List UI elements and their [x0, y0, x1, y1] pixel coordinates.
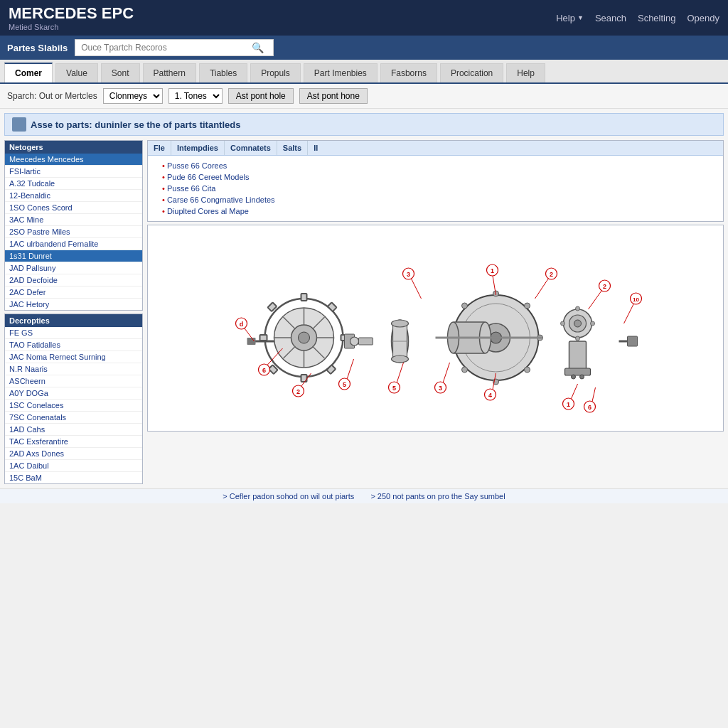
- tab-part-imenbies[interactable]: Part Imenbies: [304, 63, 378, 82]
- list-item[interactable]: 1AC Daibul: [5, 460, 142, 472]
- list-item[interactable]: ASCheern: [5, 375, 142, 387]
- logo: MERCEDES EPC Metied Skarch: [9, 4, 134, 31]
- list-item[interactable]: JAC Noma Rernect Surning: [5, 351, 142, 363]
- search-nav-item[interactable]: Seanch: [595, 13, 626, 23]
- left-panel: Netogers Meecedes MencedesFSI-larticA.32…: [4, 140, 143, 484]
- app-subtitle: Metied Skarch: [9, 23, 134, 31]
- search-icon[interactable]: 🔍: [252, 42, 264, 53]
- list-item[interactable]: A.32 Tudcale: [5, 178, 142, 190]
- tab-fasborns[interactable]: Fasborns: [380, 63, 437, 82]
- svg-text:3: 3: [407, 271, 410, 278]
- list-item[interactable]: FSI-lartic: [5, 166, 142, 178]
- list-item[interactable]: 7SC Conenatals: [5, 412, 142, 424]
- list-item[interactable]: 1s31 Dunret: [5, 250, 142, 262]
- svg-point-52: [591, 321, 595, 326]
- list-item: Pusse 66 Cita: [162, 183, 709, 194]
- svg-point-56: [572, 375, 576, 379]
- svg-text:5: 5: [392, 385, 396, 392]
- header: MERCEDES EPC Metied Skarch Help ▼ Seanch…: [0, 0, 728, 36]
- table-header-col: Intempdies: [171, 141, 225, 155]
- right-panel: FleIntempdiesComnatetsSaltsIl Pusse 66 C…: [147, 140, 724, 484]
- list-item[interactable]: 12-Benaldic: [5, 190, 142, 202]
- svg-rect-2: [247, 338, 256, 345]
- list-item[interactable]: 2AD Axs Dones: [5, 448, 142, 460]
- list-item[interactable]: 1AC ulrbandend Fernalite: [5, 238, 142, 250]
- list-item[interactable]: 3AC Mine: [5, 214, 142, 226]
- section-icon: [12, 117, 26, 132]
- svg-text:1: 1: [491, 267, 494, 274]
- list-item[interactable]: Meecedes Mencedes: [5, 154, 142, 166]
- svg-point-41: [525, 367, 530, 373]
- select-tones[interactable]: 1. Tones2. Tones: [168, 88, 223, 104]
- content-area: Asse to parts: duninler se the of parts …: [0, 109, 728, 488]
- list-item[interactable]: JAC Hetory: [5, 299, 142, 310]
- list-item[interactable]: JAD Pallsuny: [5, 262, 142, 274]
- list-item[interactable]: 1AD Cahs: [5, 424, 142, 436]
- tab-value[interactable]: Value: [55, 63, 98, 82]
- svg-point-49: [574, 320, 582, 327]
- list-item[interactable]: 2AD Decfoide: [5, 274, 142, 287]
- tab-help[interactable]: Help: [506, 63, 545, 82]
- list-item[interactable]: 2SO Pastre Miles: [5, 226, 142, 238]
- open-nav-item[interactable]: Opendy: [687, 13, 719, 23]
- toolbar: Partes Slabils 🔍: [0, 36, 728, 60]
- table-header-col: Il: [308, 141, 323, 155]
- tab-procication[interactable]: Procication: [440, 63, 503, 82]
- search-input[interactable]: [81, 43, 252, 53]
- svg-point-57: [580, 375, 584, 379]
- svg-point-51: [576, 336, 580, 341]
- svg-text:6: 6: [588, 404, 592, 411]
- select-clonmeys[interactable]: ClonmeysOption 2Option 3: [103, 88, 163, 104]
- settings-nav-item[interactable]: Schelting: [638, 13, 675, 23]
- tab-comer[interactable]: Comer: [4, 63, 53, 82]
- ast-pont-hole-button[interactable]: Ast pont hole: [228, 88, 294, 104]
- tab-sont[interactable]: Sont: [101, 63, 140, 82]
- tab-bar: ComerValueSontPatthernTiablesPropulsPart…: [0, 60, 728, 84]
- ast-pont-hone-button[interactable]: Ast pont hone: [299, 88, 368, 104]
- tab-propuls[interactable]: Propuls: [250, 63, 301, 82]
- svg-point-6: [299, 332, 310, 343]
- svg-rect-10: [260, 335, 267, 341]
- svg-point-53: [561, 321, 565, 326]
- list-item[interactable]: A0Y DOGa: [5, 387, 142, 400]
- list-item[interactable]: TAC Exsferantire: [5, 436, 142, 448]
- list-item: Carse 66 Congrnative Lindetes: [162, 194, 709, 205]
- svg-rect-59: [628, 336, 638, 346]
- svg-text:2: 2: [296, 388, 300, 395]
- svg-text:5: 5: [343, 381, 346, 388]
- list-item[interactable]: TAO Fatidalles: [5, 339, 142, 351]
- svg-text:4: 4: [488, 392, 492, 399]
- list-item[interactable]: 1SC Conelaces: [5, 400, 142, 412]
- section-title-bar: Asse to parts: duninler se the of parts …: [4, 113, 724, 136]
- svg-point-50: [576, 306, 580, 311]
- list-item: Diuplted Cores al Mape: [162, 205, 709, 217]
- toolbar-search-box: 🔍: [75, 39, 274, 56]
- list-item[interactable]: FE GS: [5, 327, 142, 339]
- info-table: FleIntempdiesComnatetsSaltsIl Pusse 66 C…: [147, 140, 724, 222]
- footer-link1[interactable]: > Cefler padon sohod on wil out piarts: [223, 492, 354, 500]
- info-table-header: FleIntempdiesComnatetsSaltsIl: [148, 141, 723, 156]
- tab-patthern[interactable]: Patthern: [143, 63, 196, 82]
- table-header-col: Fle: [148, 141, 171, 155]
- help-nav-item[interactable]: Help ▼: [556, 13, 584, 23]
- svg-rect-8: [301, 375, 307, 382]
- netogers-header: Netogers: [5, 141, 142, 154]
- footer-link2[interactable]: > 250 not pants on pro the Say sumbel: [370, 492, 505, 500]
- svg-text:2: 2: [550, 271, 553, 278]
- diagram-area: 1 2 2 10 3: [147, 225, 724, 432]
- section-title-text: Asse to parts: duninler se the of parts …: [31, 119, 240, 130]
- list-item[interactable]: 15C BaM: [5, 472, 142, 483]
- list-item[interactable]: N.R Naaris: [5, 363, 142, 375]
- list-item[interactable]: 2AC Defer: [5, 287, 142, 299]
- list-item[interactable]: 1SO Cones Scord: [5, 202, 142, 214]
- tab-tiables[interactable]: Tiables: [199, 63, 247, 82]
- svg-text:6: 6: [262, 367, 266, 374]
- svg-rect-55: [565, 368, 591, 375]
- decropties-header: Decropties: [5, 314, 142, 327]
- svg-point-24: [350, 337, 359, 346]
- footer-note: > Cefler padon sohod on wil out piarts >…: [0, 488, 728, 503]
- app-title: MERCEDES EPC: [9, 4, 134, 23]
- toolbar-label: Partes Slabils: [7, 43, 68, 53]
- search-bar-label: Sparch: Out or Mertcles: [7, 91, 97, 101]
- search-bar: Sparch: Out or Mertcles ClonmeysOption 2…: [0, 84, 728, 109]
